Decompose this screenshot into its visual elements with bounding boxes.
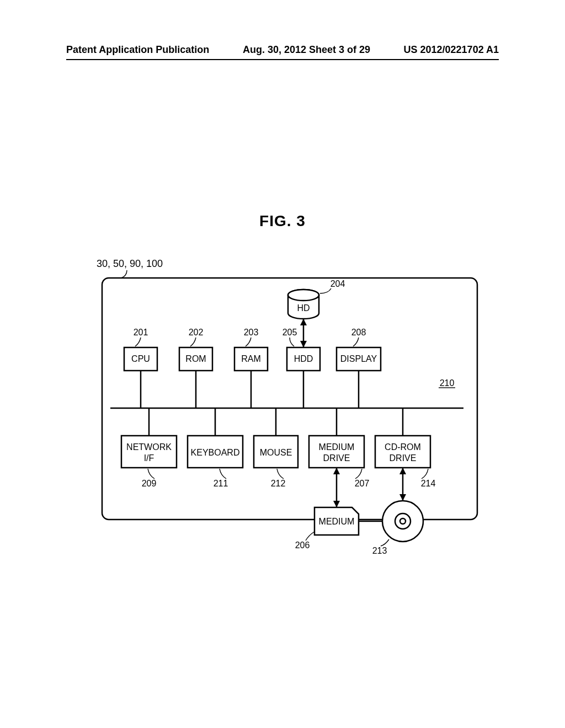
network-if-label-1: NETWORK <box>126 442 172 452</box>
label-213: 213 <box>372 546 387 555</box>
display-label: DISPLAY <box>340 354 377 363</box>
header-right: US 2012/0221702 A1 <box>404 44 499 56</box>
svg-point-2 <box>288 290 319 301</box>
label-212: 212 <box>271 479 286 488</box>
header-left: Patent Application Publication <box>66 44 209 56</box>
hd-cylinder: HD <box>288 290 319 319</box>
label-209: 209 <box>142 479 157 488</box>
network-if-label-2: I/F <box>144 453 154 463</box>
page-header: Patent Application Publication Aug. 30, … <box>66 44 499 60</box>
hdd-label: HDD <box>294 354 313 363</box>
medium-drive-label-1: MEDIUM <box>319 442 355 452</box>
header-center: Aug. 30, 2012 Sheet 3 of 29 <box>243 44 370 56</box>
label-204: 204 <box>331 279 345 288</box>
label-201: 201 <box>134 328 148 337</box>
mouse-label: MOUSE <box>260 448 292 457</box>
cpu-label: CPU <box>131 354 150 363</box>
cdrom-drive-label-1: CD-ROM <box>385 442 421 452</box>
label-208: 208 <box>351 328 366 337</box>
label-207: 207 <box>355 479 370 488</box>
label-211: 211 <box>214 479 228 488</box>
label-205: 205 <box>282 328 297 337</box>
medium-drive-label-2: DRIVE <box>323 453 350 463</box>
ram-label: RAM <box>241 354 261 363</box>
figure-title: FIG. 3 <box>0 212 565 230</box>
cdrom-drive-label-2: DRIVE <box>390 453 417 463</box>
label-214: 214 <box>421 479 436 488</box>
hd-label: HD <box>297 303 310 313</box>
label-202: 202 <box>189 328 204 337</box>
label-203: 203 <box>244 328 259 337</box>
label-206: 206 <box>295 540 310 550</box>
rom-label: ROM <box>185 354 206 363</box>
block-diagram: HD 204 201 202 203 205 208 CPU ROM <box>77 254 480 563</box>
medium-label: MEDIUM <box>319 517 355 526</box>
keyboard-label: KEYBOARD <box>191 448 240 457</box>
label-210: 210 <box>440 378 455 388</box>
svg-point-36 <box>400 518 406 524</box>
